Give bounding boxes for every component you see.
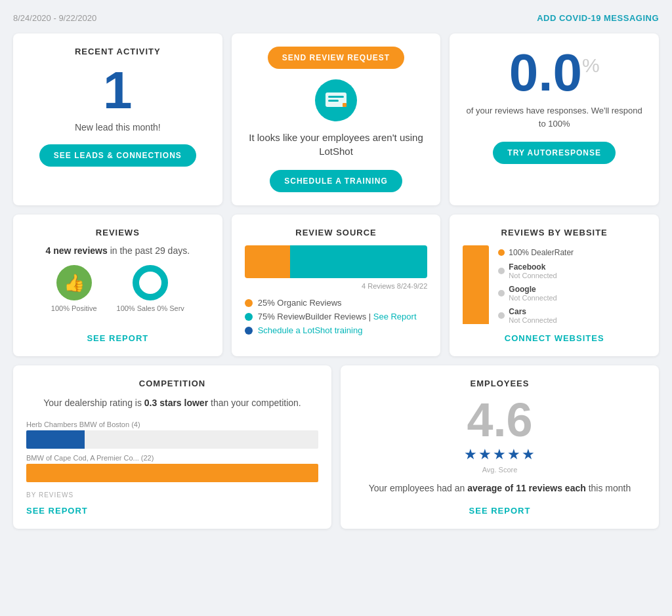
comp-bar-herb-label: Herb Chambers BMW of Boston (4): [26, 421, 318, 428]
competition-body: Your dealership rating is 0.3 stars lowe…: [26, 396, 318, 410]
avg-label: Avg. Score: [482, 466, 518, 474]
reviews-card: REVIEWS 4 new reviews in the past 29 day…: [13, 215, 222, 356]
lotshot-card: SEND REVIEW REQUEST It looks like your e…: [232, 33, 441, 205]
send-review-wrapper: SEND REVIEW REQUEST: [245, 47, 428, 79]
review-source-card: REVIEW SOURCE 4 Reviews 8/24-9/22 25% Or…: [232, 215, 441, 356]
row-2: REVIEWS 4 new reviews in the past 29 day…: [13, 215, 659, 356]
employee-stars: ★★★★★: [464, 446, 536, 463]
competition-card: COMPETITION Your dealership rating is 0.…: [13, 365, 331, 529]
comp-bar-herb: Herb Chambers BMW of Boston (4): [26, 421, 318, 449]
source-date: 4 Reviews 8/24-9/22: [245, 282, 428, 290]
schedule-lotshot-link[interactable]: Schedule a LotShot training: [258, 325, 363, 335]
schedule-training-button[interactable]: SCHEDULE A TRAINING: [270, 170, 402, 192]
lotshot-body: It looks like your employees aren't usin…: [245, 131, 428, 158]
comp-bar-bmw-fill: [26, 464, 318, 482]
see-report-link-source[interactable]: See Report: [373, 312, 417, 321]
response-rate-card: 0.0 % of your reviews have responses. We…: [450, 33, 659, 205]
legend-dot-reviewbuilder: [245, 313, 253, 321]
recent-activity-card: RECENT ACTIVITY 1 New lead this month! S…: [13, 33, 222, 205]
positive-label: 100% Positive: [51, 304, 97, 312]
recent-activity-title: RECENT ACTIVITY: [75, 47, 161, 56]
website-item-cars: Cars Not Connected: [498, 307, 574, 324]
connect-websites-link[interactable]: CONNECT WEBSITES: [463, 333, 646, 343]
response-rate-display: 0.0 %: [509, 47, 600, 99]
row-1: RECENT ACTIVITY 1 New lead this month! S…: [13, 33, 659, 205]
thumbs-up-icon: 👍: [56, 265, 92, 300]
date-range: 8/24/2020 - 9/22/2020: [13, 13, 96, 23]
svg-rect-3: [343, 103, 346, 107]
svg-rect-1: [328, 96, 344, 98]
legend-dot-organic: [245, 299, 253, 307]
website-dot-dealerrater: [498, 249, 505, 256]
review-source-title: REVIEW SOURCE: [245, 228, 428, 237]
review-icons: 👍 100% Positive 100% Sales 0% Serv: [51, 265, 184, 312]
source-bar-organic: [245, 245, 291, 278]
legend-dot-lotshot: [245, 327, 253, 335]
website-bar-dealerrater: [463, 245, 489, 324]
employees-subtext: Your employees had an average of 11 revi…: [369, 482, 631, 495]
website-item-dealerrater: 100% DealerRater: [498, 248, 574, 257]
see-leads-button[interactable]: SEE LEADS & CONNECTIONS: [39, 144, 196, 167]
legend-lotshot-training: Schedule a LotShot training: [245, 325, 428, 335]
legend-reviewbuilder: 75% ReviewBuilder Reviews | See Report: [245, 312, 428, 321]
positive-reviews-icon: 👍 100% Positive: [51, 265, 97, 312]
comp-bar-herb-fill: [26, 430, 85, 449]
source-bar-reviewbuilder: [290, 245, 427, 278]
legend-organic: 25% Organic Reviews: [245, 298, 428, 308]
recent-activity-subtext: New lead this month!: [75, 122, 161, 133]
website-dot-google: [498, 290, 505, 297]
website-item-google: Google Not Connected: [498, 285, 574, 302]
lotshot-icon: [315, 79, 357, 121]
comp-bar-bmw: BMW of Cape Cod, A Premier Co... (22): [26, 454, 318, 482]
competition-title: COMPETITION: [26, 379, 318, 388]
row-3: COMPETITION Your dealership rating is 0.…: [13, 365, 659, 529]
website-item-facebook: Facebook Not Connected: [498, 262, 574, 279]
review-source-bar: [245, 245, 428, 278]
employee-score: 4.6: [467, 396, 532, 443]
covid-link[interactable]: ADD COVID-19 MESSAGING: [537, 13, 659, 23]
top-bar: 8/24/2020 - 9/22/2020 ADD COVID-19 MESSA…: [13, 13, 659, 23]
response-rate-subtext: of your reviews have responses. We'll re…: [463, 104, 646, 130]
competition-see-report-link[interactable]: SEE REPORT: [26, 506, 318, 516]
service-reviews-icon: 100% Sales 0% Serv: [117, 265, 184, 312]
employees-card: EMPLOYEES 4.6 ★★★★★ Avg. Score Your empl…: [341, 365, 659, 529]
service-label: 100% Sales 0% Serv: [117, 304, 184, 312]
send-review-button[interactable]: SEND REVIEW REQUEST: [268, 47, 404, 69]
comp-bar-herb-track: [26, 430, 318, 449]
comp-bar-bmw-track: [26, 464, 318, 482]
website-chart: 100% DealerRater Facebook Not Connected …: [463, 245, 646, 324]
employees-title: EMPLOYEES: [471, 379, 530, 388]
svg-rect-2: [328, 100, 339, 102]
reviews-summary: 4 new reviews in the past 29 days.: [46, 245, 190, 256]
reviews-by-website-title: REVIEWS BY WEBSITE: [463, 228, 646, 237]
website-google-labels: Google Not Connected: [509, 285, 556, 302]
website-legend: 100% DealerRater Facebook Not Connected …: [498, 248, 574, 324]
website-cars-labels: Cars Not Connected: [509, 307, 556, 324]
website-dot-cars: [498, 312, 505, 319]
reviews-title: REVIEWS: [96, 228, 140, 237]
competition-bars: Herb Chambers BMW of Boston (4) BMW of C…: [26, 421, 318, 487]
reviews-by-website-card: REVIEWS BY WEBSITE 100% DealerRater Face…: [450, 215, 659, 356]
legend-organic-text: 25% Organic Reviews: [258, 298, 342, 308]
comp-bar-bmw-label: BMW of Cape Cod, A Premier Co... (22): [26, 454, 318, 462]
legend-reviewbuilder-text: 75% ReviewBuilder Reviews | See Report: [258, 312, 417, 321]
website-facebook-labels: Facebook Not Connected: [509, 262, 556, 279]
reviews-see-report-link[interactable]: SEE REPORT: [87, 333, 148, 343]
website-dealerrater-label: 100% DealerRater: [509, 248, 574, 257]
employees-see-report-link[interactable]: SEE REPORT: [469, 506, 531, 516]
try-autoresponse-button[interactable]: TRY AUTORESPONSE: [493, 142, 616, 164]
website-dot-facebook: [498, 268, 505, 274]
response-rate-symbol: %: [582, 56, 600, 75]
ring-icon: [133, 265, 168, 300]
by-reviews-label: BY REVIEWS: [26, 491, 318, 499]
recent-activity-number: 1: [103, 64, 133, 117]
response-rate-number: 0.0: [509, 47, 582, 99]
